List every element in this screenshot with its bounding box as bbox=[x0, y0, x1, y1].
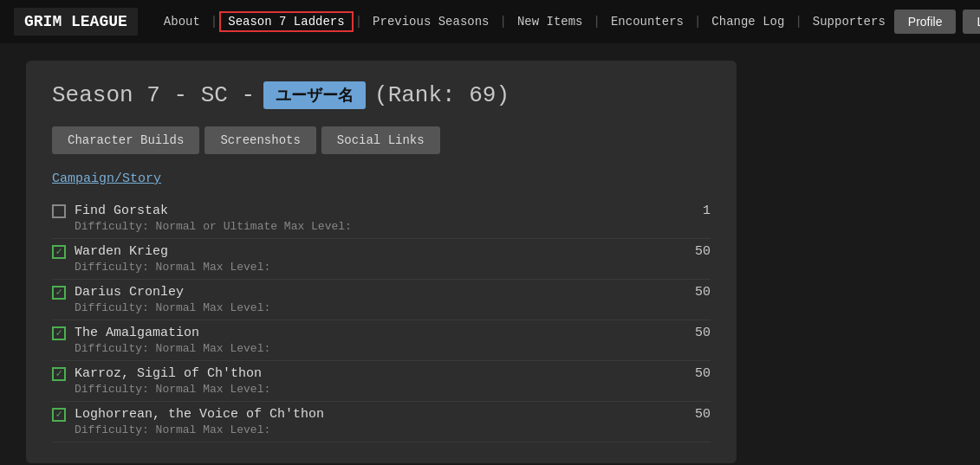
season-prefix: Season 7 - SC - bbox=[52, 82, 255, 108]
nav-previous[interactable]: Previous Seasons bbox=[364, 15, 497, 29]
quest-name-amalgamation: The Amalgamation bbox=[75, 326, 676, 340]
quest-checkbox-karroz[interactable] bbox=[52, 367, 66, 381]
quest-item-amalgamation: The Amalgamation50Difficulty: Normal Max… bbox=[52, 320, 711, 361]
nav-newitems[interactable]: New Items bbox=[509, 15, 592, 29]
quest-checkbox-gorstak[interactable] bbox=[52, 204, 66, 218]
logout-button[interactable]: Logout bbox=[963, 10, 980, 34]
quest-score-darius: 50 bbox=[685, 285, 711, 300]
quest-main-row: Karroz, Sigil of Ch'thon50 bbox=[52, 366, 711, 381]
quest-item-loghorrean: Loghorrean, the Voice of Ch'thon50Diffic… bbox=[52, 402, 711, 442]
sep-5: | bbox=[694, 15, 701, 29]
campaign-section-title: Campaign/Story bbox=[52, 171, 711, 186]
nav-right: Profile Logout bbox=[894, 10, 980, 34]
quest-checkbox-amalgamation[interactable] bbox=[52, 326, 66, 340]
quest-checkbox-warden[interactable] bbox=[52, 245, 66, 259]
quest-main-row: Darius Cronley50 bbox=[52, 285, 711, 300]
quest-score-amalgamation: 50 bbox=[685, 326, 711, 340]
quest-detail-karroz: Difficulty: Normal Max Level: bbox=[75, 383, 711, 396]
quest-detail-amalgamation: Difficulty: Normal Max Level: bbox=[75, 342, 711, 355]
profile-button[interactable]: Profile bbox=[894, 10, 957, 34]
sep-4: | bbox=[594, 15, 600, 29]
quest-detail-warden: Difficulty: Normal Max Level: bbox=[75, 261, 711, 274]
tab-screenshots[interactable]: Screenshots bbox=[204, 126, 315, 154]
quest-score-loghorrean: 50 bbox=[685, 407, 711, 422]
quest-name-warden: Warden Krieg bbox=[75, 244, 676, 259]
quest-detail-gorstak: Difficulty: Normal or Ultimate Max Level… bbox=[75, 220, 711, 233]
quest-score-gorstak: 1 bbox=[685, 203, 711, 218]
tab-character-builds[interactable]: Character Builds bbox=[52, 126, 199, 154]
quest-name-darius: Darius Cronley bbox=[75, 285, 676, 300]
nav-links: About | Season 7 Ladders | Previous Seas… bbox=[155, 11, 894, 32]
quest-list: Find Gorstak1Difficulty: Normal or Ultim… bbox=[52, 198, 711, 442]
quest-name-karroz: Karroz, Sigil of Ch'thon bbox=[75, 366, 676, 381]
content-card: Season 7 - SC - ユーザー名 (Rank: 69) Charact… bbox=[26, 61, 737, 463]
navbar: GRIM LEAGUE About | Season 7 Ladders | P… bbox=[0, 0, 980, 43]
nav-season7[interactable]: Season 7 Ladders bbox=[219, 11, 353, 32]
sep-6: | bbox=[795, 15, 802, 29]
quest-score-warden: 50 bbox=[685, 244, 711, 259]
quest-name-gorstak: Find Gorstak bbox=[75, 203, 676, 218]
quest-item-karroz: Karroz, Sigil of Ch'thon50Difficulty: No… bbox=[52, 361, 711, 402]
sep-3: | bbox=[500, 15, 507, 29]
quest-item-gorstak: Find Gorstak1Difficulty: Normal or Ultim… bbox=[52, 198, 711, 239]
nav-changelog[interactable]: Change Log bbox=[703, 15, 793, 29]
username-box: ユーザー名 bbox=[263, 81, 366, 109]
tab-row: Character Builds Screenshots Social Link… bbox=[52, 126, 711, 154]
quest-detail-loghorrean: Difficulty: Normal Max Level: bbox=[75, 423, 711, 436]
rank-text: (Rank: 69) bbox=[374, 82, 509, 108]
quest-score-karroz: 50 bbox=[685, 366, 711, 381]
nav-encounters[interactable]: Encounters bbox=[602, 15, 692, 29]
quest-main-row: Find Gorstak1 bbox=[52, 203, 711, 218]
nav-supporters[interactable]: Supporters bbox=[804, 15, 894, 29]
quest-main-row: Loghorrean, the Voice of Ch'thon50 bbox=[52, 407, 711, 422]
quest-checkbox-loghorrean[interactable] bbox=[52, 408, 66, 422]
brand-logo: GRIM LEAGUE bbox=[14, 8, 138, 36]
quest-item-warden: Warden Krieg50Difficulty: Normal Max Lev… bbox=[52, 239, 711, 280]
quest-checkbox-darius[interactable] bbox=[52, 286, 66, 300]
sep-1: | bbox=[211, 15, 217, 29]
quest-item-darius: Darius Cronley50Difficulty: Normal Max L… bbox=[52, 280, 711, 320]
tab-social-links[interactable]: Social Links bbox=[321, 126, 440, 154]
title-row: Season 7 - SC - ユーザー名 (Rank: 69) bbox=[52, 81, 711, 109]
quest-detail-darius: Difficulty: Normal Max Level: bbox=[75, 301, 711, 314]
quest-main-row: The Amalgamation50 bbox=[52, 326, 711, 340]
nav-about[interactable]: About bbox=[155, 15, 209, 29]
quest-name-loghorrean: Loghorrean, the Voice of Ch'thon bbox=[75, 407, 676, 422]
quest-main-row: Warden Krieg50 bbox=[52, 244, 711, 259]
main-content: Season 7 - SC - ユーザー名 (Rank: 69) Charact… bbox=[0, 43, 980, 465]
sep-2: | bbox=[355, 15, 362, 29]
